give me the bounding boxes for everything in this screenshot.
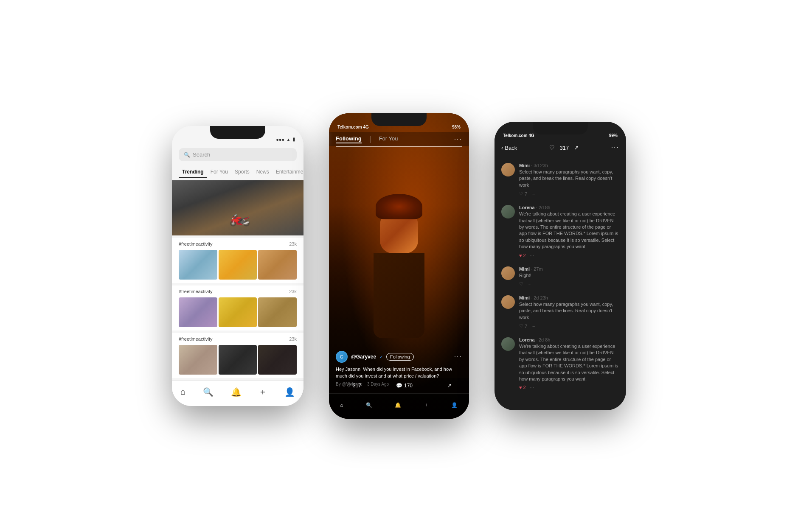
section-header-1: #freetimeactivity 23k [179, 241, 297, 246]
grid-item-1[interactable] [179, 250, 217, 280]
comment-user-3: Mimi · 27m [519, 266, 619, 272]
comment-reactions-1: ♡ 7 ··· [519, 191, 619, 196]
tab-sports[interactable]: Sports [231, 166, 253, 178]
heart-icon: ♡ [346, 383, 351, 389]
comment-avatar-3 [501, 266, 515, 280]
nav-search-icon[interactable]: 🔍 [203, 387, 214, 397]
more-options-icon[interactable]: ··· [454, 135, 462, 143]
status-carrier-3: Telkom.com 4G [503, 133, 534, 138]
phone-3-screen: Telkom.com 4G 99% ‹ Back ♡ 317 ↗ ··· [495, 122, 626, 410]
comment-avatar-1 [501, 163, 515, 176]
more-btn-5[interactable]: ··· [530, 385, 534, 390]
grid-item-5[interactable] [219, 297, 257, 327]
signal-icon: ●●● [276, 137, 284, 142]
status-battery-2: 98% [452, 125, 461, 129]
count-1: 23k [289, 241, 297, 246]
likes-action[interactable]: ♡ 317 [346, 383, 361, 389]
nav-user-icon[interactable]: 👤 [284, 387, 295, 397]
grid-item-8[interactable] [219, 345, 257, 375]
share-action[interactable]: ↗ [447, 383, 452, 389]
tab-following[interactable]: Following [336, 135, 362, 143]
search-placeholder: Search [193, 151, 210, 158]
comment-text-4: Select how many paragraphs you want, cop… [519, 301, 619, 321]
more-btn-4[interactable]: ··· [531, 324, 535, 329]
likes-count: 317 [353, 383, 361, 389]
comment-body-4: Mimi · 2d 23h Select how many paragraphs… [519, 295, 619, 329]
tabs-dark: Following For You ··· [329, 132, 469, 146]
tab-news[interactable]: News [253, 166, 273, 178]
feed-section-2: #freetimeactivity 23k [172, 286, 303, 330]
comment-user-2: Lorena · 2d 8h [519, 205, 619, 210]
grid-item-3[interactable] [258, 250, 297, 280]
share-header-icon[interactable]: ↗ [574, 144, 579, 151]
section-header-2: #freetimeactivity 23k [179, 289, 297, 294]
back-label: Back [505, 145, 517, 151]
tabs-row: Trending For You Sports News Entertainme… [172, 165, 303, 180]
back-button[interactable]: ‹ Back [501, 145, 517, 151]
grid-item-7[interactable] [179, 345, 217, 375]
following-button[interactable]: Following [386, 353, 413, 361]
chevron-left-icon: ‹ [501, 145, 503, 151]
comment-avatar-2 [501, 205, 515, 218]
nav-home-icon[interactable]: ⌂ [180, 387, 185, 397]
phone-1: ●●● ▲ ▮ 🔍 Search Trending For You Sports… [172, 126, 303, 406]
tab-entertainment[interactable]: Entertainment [273, 166, 303, 178]
search-icon-2: 🔍 [366, 402, 372, 408]
comment-body-2: Lorena · 2d 8h We're talking about creat… [519, 205, 619, 258]
like-btn-1[interactable]: ♡ 7 [519, 191, 527, 196]
tab-trending[interactable]: Trending [179, 166, 207, 178]
grid-item-6[interactable] [258, 297, 297, 327]
grid-item-4[interactable] [179, 297, 217, 327]
notch-1 [210, 126, 265, 139]
post-full-image: Telkom.com 4G 98% Following For You ··· [329, 113, 469, 419]
tab-foryou[interactable]: For You [207, 166, 231, 178]
verified-badge: ✓ [379, 355, 383, 359]
grid-row-1 [179, 250, 297, 280]
post-username[interactable]: @Garyvee [351, 354, 376, 360]
home-icon-2: ⌂ [340, 402, 343, 408]
comment-avatar-4 [501, 295, 515, 309]
comments-count: 170 [404, 383, 413, 389]
post-actions-bar: ⌂ 🔍 🔔 ＋ 👤 [329, 393, 469, 419]
like-btn-3[interactable]: ♡ [519, 281, 523, 287]
grid-item-2[interactable] [219, 250, 257, 280]
section-header-3: #freetimeactivity 23k [179, 336, 297, 342]
grid-row-2 [179, 297, 297, 327]
more-btn-1[interactable]: ··· [531, 191, 535, 196]
progress-fill [336, 146, 462, 147]
search-nav-2[interactable]: 🔍 [366, 402, 372, 408]
plus-nav-2[interactable]: ＋ [424, 401, 429, 409]
like-btn-5[interactable]: ♥ 2 [519, 385, 526, 390]
person-face [380, 207, 418, 253]
like-btn-4[interactable]: ♡ 7 [519, 323, 527, 329]
status-carrier-2: Telkom.com 4G [337, 125, 369, 129]
comment-item-5: Lorena · 2d 8h We're talking about creat… [495, 333, 626, 394]
nav-plus-icon[interactable]: ＋ [259, 386, 267, 398]
nav-bell-icon[interactable]: 🔔 [231, 387, 242, 397]
more-btn-3[interactable]: ··· [528, 281, 531, 286]
comment-item-4: Mimi · 2d 23h Select how many paragraphs… [495, 291, 626, 333]
comment-item-1: Mimi · 3d 23h Select how many paragraphs… [495, 159, 626, 201]
comment-body-3: Mimi · 27m Right! ♡ ··· [519, 266, 619, 287]
comment-text-5: We're talking about creating a user expe… [519, 343, 619, 382]
more-btn-2[interactable]: ··· [530, 253, 534, 258]
search-bar[interactable]: 🔍 Search [179, 148, 297, 161]
grid-item-9[interactable] [258, 345, 297, 375]
hashtag-1: #freetimeactivity [179, 241, 212, 246]
tab-foryou-2[interactable]: For You [379, 135, 398, 143]
comment-reactions-3: ♡ ··· [519, 281, 619, 287]
heart-header-icon[interactable]: ♡ [549, 144, 555, 151]
home-nav-2[interactable]: ⌂ [340, 402, 343, 408]
user-nav-2[interactable]: 👤 [451, 402, 458, 408]
like-btn-2[interactable]: ♥ 2 [519, 253, 526, 258]
bell-nav-2[interactable]: 🔔 [395, 402, 401, 408]
phone-1-screen: ●●● ▲ ▮ 🔍 Search Trending For You Sports… [172, 126, 303, 406]
comments-action[interactable]: 💬 170 [396, 383, 413, 389]
comment-reactions-4: ♡ 7 ··· [519, 323, 619, 329]
post-user-info: G @Garyvee ✓ Following [336, 351, 414, 363]
battery-icon: ▮ [292, 137, 295, 142]
comment-reactions-2: ♥ 2 ··· [519, 253, 619, 258]
more-header-icon[interactable]: ··· [611, 144, 619, 151]
person-hair [376, 194, 422, 219]
post-more-icon[interactable]: ··· [454, 353, 462, 361]
